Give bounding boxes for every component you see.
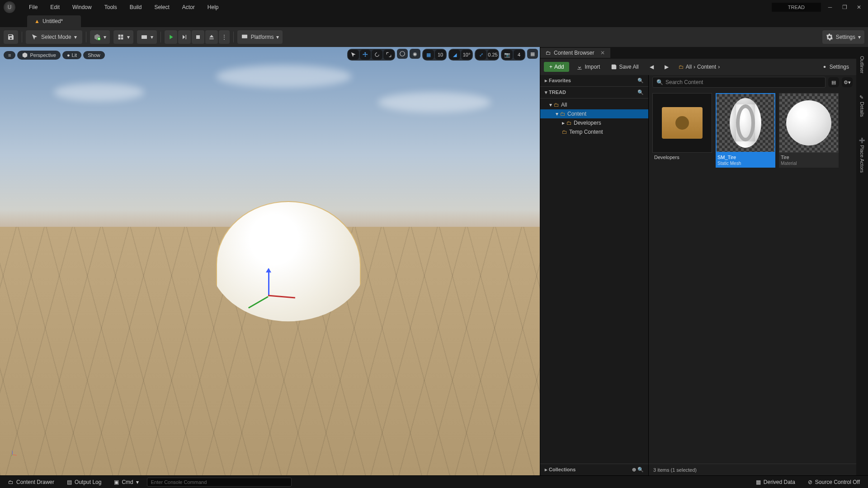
- search-icon[interactable]: 🔍: [637, 89, 644, 95]
- favorites-section[interactable]: ▸ Favorites 🔍: [540, 75, 648, 87]
- tree-item-developers[interactable]: ▸ 🗀 Developers: [540, 118, 648, 127]
- menu-tools[interactable]: Tools: [98, 2, 123, 12]
- console-input[interactable]: Enter Console Command: [147, 478, 292, 487]
- menu-edit[interactable]: Edit: [44, 2, 66, 12]
- content-browser-tab-label: Content Browser: [554, 50, 594, 56]
- chevron-down-icon: ▾: [104, 34, 106, 40]
- surface-snap-button[interactable]: ◉: [410, 49, 420, 59]
- maximize-button[interactable]: ❐: [839, 2, 850, 13]
- select-tool-button[interactable]: [348, 50, 359, 60]
- viewport-menu-button[interactable]: ≡: [4, 51, 15, 59]
- viewport-show-button[interactable]: Show: [83, 51, 105, 59]
- import-button[interactable]: Import: [573, 62, 604, 72]
- scale-snap-value[interactable]: 0.25: [487, 50, 498, 60]
- rotate-tool-button[interactable]: [372, 50, 382, 60]
- close-tab-button[interactable]: ✕: [600, 50, 605, 56]
- viewport-lit-button[interactable]: ● Lit: [62, 51, 81, 59]
- transform-gizmo[interactable]: [259, 282, 295, 319]
- select-mode-button[interactable]: Select Mode ▾: [26, 30, 82, 44]
- cb-settings-button[interactable]: Settings: [818, 62, 853, 72]
- derived-data-button[interactable]: ▦ Derived Data: [751, 477, 800, 487]
- viewport-layout-button[interactable]: ▦: [527, 49, 538, 59]
- content-drawer-button[interactable]: 🗀 Content Drawer: [4, 477, 59, 487]
- minimize-button[interactable]: ─: [825, 2, 835, 13]
- source-control-button[interactable]: ⊘ Source Control Off: [803, 477, 864, 487]
- grid-snap-button[interactable]: ▦: [423, 50, 434, 60]
- grid-snap-value[interactable]: 10: [435, 50, 446, 60]
- menu-actor[interactable]: Actor: [176, 2, 201, 12]
- add-content-button[interactable]: ▾: [90, 30, 110, 44]
- viewport-perspective-button[interactable]: Perspective: [17, 51, 60, 60]
- source-tree: ▾ 🗀 All ▾ 🗀 Content ▸ 🗀 Developers 🗀 Tem…: [540, 99, 648, 464]
- stop-button[interactable]: [192, 30, 204, 44]
- project-section[interactable]: ▾ TREAD 🔍: [540, 87, 648, 99]
- asset-tile-mesh[interactable]: SM_Tire Static Mesh: [716, 93, 775, 168]
- nav-forward-button[interactable]: ▶: [661, 62, 672, 72]
- folder-icon: 🗀: [566, 120, 572, 126]
- close-button[interactable]: ✕: [854, 2, 864, 13]
- cinematics-button[interactable]: ▾: [137, 30, 157, 44]
- menu-help[interactable]: Help: [201, 2, 225, 12]
- nav-back-button[interactable]: ◀: [646, 62, 657, 72]
- camera-speed-value[interactable]: 4: [514, 50, 524, 60]
- asset-tile-material[interactable]: Tire Material: [779, 93, 839, 168]
- play-button[interactable]: [165, 30, 177, 44]
- chevron-down-icon: ▾: [127, 34, 130, 40]
- tree-item-all[interactable]: ▾ 🗀 All: [540, 100, 648, 109]
- gizmo-x-axis[interactable]: [268, 295, 295, 299]
- search-input[interactable]: 🔍 Search Content: [652, 77, 826, 88]
- angle-snap-button[interactable]: ◢: [449, 50, 460, 60]
- filter-button[interactable]: ▤: [828, 77, 839, 87]
- search-icon[interactable]: 🔍: [637, 78, 644, 84]
- document-tab[interactable]: ▲ Untitled*: [27, 15, 81, 27]
- step-button[interactable]: [178, 30, 191, 44]
- place-actors-tab[interactable]: ➕ Place Actors: [859, 134, 866, 176]
- platforms-button[interactable]: Platforms ▾: [237, 30, 283, 44]
- asset-name: SM_Tire: [716, 153, 775, 161]
- menu-file[interactable]: File: [23, 2, 44, 12]
- favorites-label: Favorites: [549, 78, 571, 83]
- eject-button[interactable]: [205, 30, 218, 44]
- add-collection-button[interactable]: ⊕: [632, 467, 636, 472]
- save-button[interactable]: [4, 30, 18, 44]
- tree-item-content[interactable]: ▾ 🗀 Content: [540, 109, 648, 118]
- cmd-dropdown[interactable]: ▣ Cmd ▾: [109, 477, 143, 487]
- collections-section[interactable]: ▸ Collections ⊕ 🔍: [540, 464, 648, 475]
- settings-button[interactable]: Settings ▾: [822, 30, 864, 44]
- breadcrumb-all[interactable]: All: [686, 64, 692, 70]
- outliner-tab[interactable]: Outliner: [859, 52, 866, 77]
- tree-item-temp[interactable]: 🗀 Temp Content: [540, 127, 648, 136]
- camera-speed-button[interactable]: 📷: [502, 50, 513, 60]
- svg-point-8: [400, 52, 405, 56]
- save-all-label: Save All: [619, 64, 638, 70]
- output-log-button[interactable]: ▤ Output Log: [62, 477, 106, 487]
- separator: [22, 32, 22, 42]
- gizmo-z-axis[interactable]: [268, 269, 269, 296]
- search-placeholder: Search Content: [665, 79, 703, 85]
- chevron-down-icon: ▾: [858, 34, 861, 40]
- project-label: TREAD: [549, 89, 566, 95]
- right-sidebar-tabs: Outliner ✎ Details ➕ Place Actors: [856, 47, 868, 475]
- details-tab[interactable]: ✎ Details: [859, 91, 866, 121]
- save-all-button[interactable]: Save All: [607, 62, 642, 72]
- menu-build[interactable]: Build: [123, 2, 148, 12]
- asset-thumbnail: [652, 93, 712, 153]
- menu-select[interactable]: Select: [148, 2, 175, 12]
- source-control-label: Source Control Off: [815, 479, 860, 485]
- viewport-3d[interactable]: z x: [0, 47, 540, 475]
- view-options-button[interactable]: ⚙▾: [842, 77, 853, 87]
- move-tool-button[interactable]: [360, 50, 371, 60]
- scale-snap-button[interactable]: ⤢: [476, 50, 486, 60]
- add-button[interactable]: + Add: [544, 62, 569, 72]
- marketplace-button[interactable]: ▾: [113, 30, 133, 44]
- search-icon[interactable]: 🔍: [637, 467, 644, 472]
- angle-snap-value[interactable]: 10°: [461, 50, 472, 60]
- asset-tile-folder[interactable]: Developers: [652, 93, 712, 168]
- play-options-button[interactable]: ⋮: [219, 30, 230, 44]
- menu-window[interactable]: Window: [66, 2, 98, 12]
- coord-space-button[interactable]: [397, 49, 408, 59]
- tree-label: Temp Content: [569, 129, 603, 135]
- scale-tool-button[interactable]: [383, 50, 394, 60]
- breadcrumb-content[interactable]: Content: [697, 64, 716, 70]
- content-browser-tab[interactable]: 🗀 Content Browser ✕: [540, 48, 610, 58]
